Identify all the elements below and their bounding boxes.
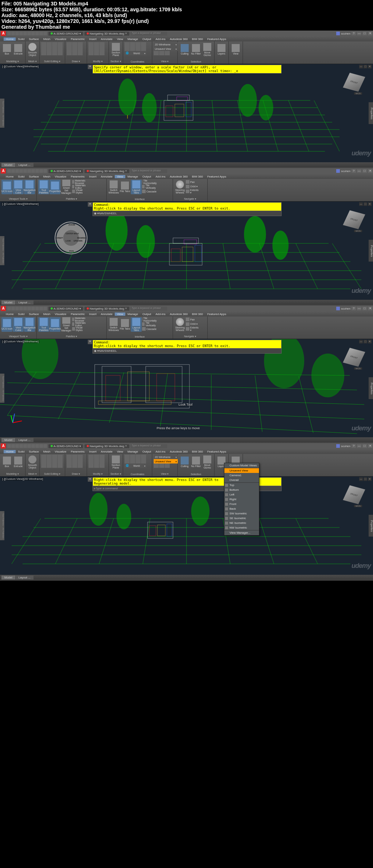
svg-point-45 (106, 211, 127, 251)
tab-visualize[interactable]: Visualize (52, 37, 68, 41)
username-label[interactable]: scohen (341, 32, 350, 35)
command-line[interactable]: ✕ Command:Right-click to display the sho… (93, 202, 282, 216)
frame-1: A A-3DMD-GROUND▾ Navigating 3D Models.dw… (0, 31, 373, 168)
tab-view[interactable]: View (115, 37, 125, 41)
menu-sw-iso[interactable]: SW Isometric (224, 511, 259, 516)
properties-button[interactable]: Properties (50, 180, 60, 194)
menu-se-iso[interactable]: SE Isometric (224, 516, 259, 521)
layers-button[interactable]: Layers (216, 42, 227, 57)
extents-button[interactable]: Extents ▾ (186, 189, 200, 194)
tab-solid[interactable]: Solid (16, 37, 27, 41)
menu-ne-iso[interactable]: NE Isometric (224, 521, 259, 525)
move-gizmo-button[interactable]: Move Gizmo (202, 42, 213, 57)
tool-palettes-button[interactable]: Tool Palettes (38, 180, 49, 194)
command-line[interactable]: ✕ Specify corner of window, enter a scal… (93, 65, 282, 73)
menu-custom-views[interactable]: Custom Model Views (224, 463, 259, 468)
smooth-object-button[interactable]: Smooth Object (27, 42, 38, 57)
nav-bar-button[interactable]: Navigation Bar (24, 180, 35, 194)
toolpalettes-tab[interactable]: Tool Palettes - All Palettes (0, 99, 4, 128)
ucs-icon-button[interactable]: UCS Icon (1, 180, 12, 194)
culling-button[interactable]: Culling (179, 42, 190, 57)
command-line[interactable]: ✕ Command:Right-click to display the sho… (93, 340, 282, 354)
navigation-wheel[interactable]: ZOOM REWIND PAN ORBIT CENTER WALK LOOK U… (55, 222, 87, 254)
world-ucs-combo[interactable]: 🌐World▾ (125, 51, 146, 55)
visual-style-combo[interactable]: 2D Wireframe▾ (154, 42, 178, 47)
menu-right[interactable]: Right (224, 497, 259, 502)
menu-left[interactable]: Left (224, 492, 259, 497)
svg-rect-71 (102, 366, 131, 403)
maximize-button[interactable]: □ (362, 32, 367, 35)
materials-editor-button[interactable]: Materials Editor (72, 184, 87, 189)
viewport[interactable]: [-][Custom View][Wireframe] —□✕ FRONT WC… (0, 64, 373, 162)
tab-addins[interactable]: Add-ins (153, 37, 168, 41)
pan-button[interactable]: Pan (186, 180, 200, 184)
menu-back[interactable]: Back (224, 506, 259, 511)
view-combo-open[interactable]: Unsaved View▾ (154, 459, 178, 463)
tile-horizontally-button[interactable]: Tile Horizontally (142, 180, 157, 184)
menu-front[interactable]: Front (224, 502, 259, 506)
tab-annotate[interactable]: Annotate (99, 37, 115, 41)
tab-manage[interactable]: Manage (125, 37, 140, 41)
tab-surface[interactable]: Surface (27, 37, 41, 41)
viewport-window-controls[interactable]: —□✕ (359, 65, 372, 68)
cascade-button[interactable]: Cascade (142, 189, 157, 194)
switch-windows-button[interactable]: Switch Windows (108, 180, 119, 194)
svg-point-21 (142, 93, 157, 122)
no-filter-button[interactable]: No Filter (191, 42, 201, 57)
model-tab[interactable]: Model (1, 163, 15, 167)
help-search-input[interactable]: Type a keyword or phrase (131, 32, 167, 36)
quick-access-toolbar[interactable] (7, 32, 47, 35)
extrude-button[interactable]: Extrude (13, 42, 24, 57)
tab-insert[interactable]: Insert (87, 37, 99, 41)
layout-tabs-button[interactable]: Layout Tabs (131, 180, 142, 194)
orbit-button[interactable]: Orbit ▾ (186, 184, 200, 189)
menu-view-manager[interactable]: View Manager... (224, 530, 259, 535)
drawing-tab[interactable]: A-3DMD-GROUND▾ (48, 32, 83, 36)
file-tabs-button[interactable]: File Tabs (119, 180, 130, 194)
svg-line-60 (7, 372, 36, 415)
wcs-label[interactable]: WCS (354, 92, 362, 95)
box-button[interactable]: Box (1, 42, 12, 57)
steering-wheels-button[interactable]: Steering Wheels (174, 180, 185, 194)
tab-mesh[interactable]: Mesh (41, 37, 53, 41)
command-input[interactable]: ◉ ▾ NAVSWHEEL (93, 211, 282, 216)
close-button[interactable]: ✕ (368, 32, 372, 35)
tab-featured[interactable]: Featured Apps (205, 37, 228, 41)
layout-tab[interactable]: Layout ... (16, 163, 34, 167)
help-icon[interactable]: ? (352, 32, 356, 35)
sheet-set-button[interactable]: Sheet Set Manager (61, 180, 72, 194)
viewport[interactable]: [-][Custom View][Wireframe] —□✕ FRONT WC… (0, 202, 373, 300)
viewport-label[interactable]: [-][Custom View][Wireframe] (1, 65, 39, 68)
tab-output[interactable]: Output (140, 37, 153, 41)
section-plane-button[interactable]: Section Plane (110, 42, 121, 57)
app-icon[interactable]: A (1, 31, 6, 36)
menu-top[interactable]: Top (224, 483, 259, 487)
tab-parametric[interactable]: Parametric (68, 37, 87, 41)
menu-camera[interactable]: Camera1 (224, 473, 259, 478)
document-tab[interactable]: Navigating 3D Models.dwg✕ (85, 32, 129, 36)
app-icon[interactable]: A (1, 168, 6, 174)
tab-home[interactable]: Home (4, 37, 16, 41)
tab-view[interactable]: View (115, 175, 125, 178)
cmdline-close-icon[interactable]: ✕ (88, 65, 92, 69)
menu-nw-iso[interactable]: NW Isometric (224, 525, 259, 530)
view-combo[interactable]: Unsaved View▾ (154, 47, 178, 51)
signin-icon[interactable] (336, 32, 340, 35)
materials-browser-button[interactable]: Materials Browser (72, 180, 87, 184)
tab-autodesk360[interactable]: Autodesk 360 (168, 37, 190, 41)
titlebar: A A-3DMD-GROUND▾ Navigating 3D Models.dw… (0, 168, 373, 174)
view-button[interactable]: View (230, 42, 241, 57)
menu-unsaved-view[interactable]: Unsaved View (224, 468, 259, 473)
view-cube-button[interactable]: View Cube (13, 180, 24, 194)
tab-bim360[interactable]: BIM 360 (190, 37, 205, 41)
viewport[interactable]: [-][Custom View][Wireframe] —□✕ FRONT WC… (0, 339, 373, 437)
tile-vertically-button[interactable]: Tile Vertically (142, 184, 157, 189)
menu-overall[interactable]: Overall (224, 478, 259, 482)
viewport[interactable]: [-][Custom View][2D Wireframe] —□✕ FRONT… (0, 477, 373, 575)
properties-palette-tab[interactable]: Properties (369, 102, 373, 124)
visual-styles-button[interactable]: Visual Styles (72, 189, 87, 194)
svg-line-89 (143, 518, 150, 564)
visual-style-combo[interactable]: 2D Wireframe▾ (154, 455, 178, 459)
menu-bottom[interactable]: Bottom (224, 487, 259, 492)
minimize-button[interactable]: — (357, 32, 361, 35)
